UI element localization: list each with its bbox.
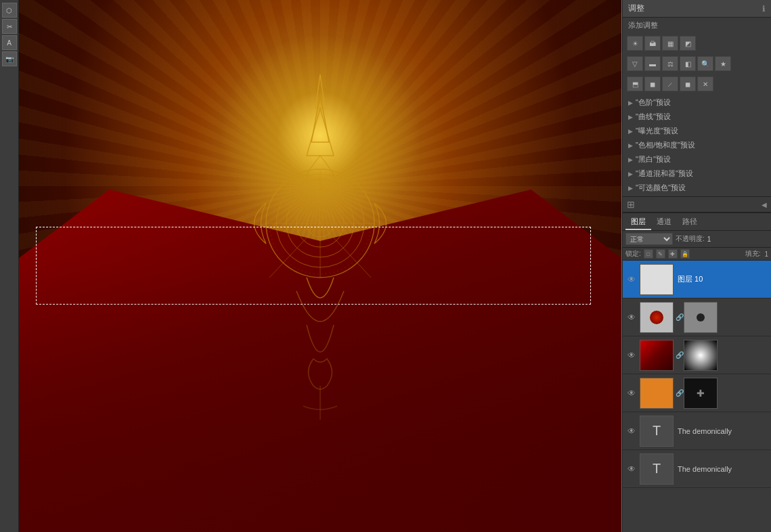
adjustments-list: ▶ "色阶"预设 ▶ "曲线"预设 ▶ "曝光度"预设 ▶ "色相/饱和度"预设…	[623, 94, 771, 196]
layer-mask-thumbnail	[684, 302, 718, 333]
adj-preset-channelmixer[interactable]: ▶ "通道混和器"预设	[623, 167, 771, 181]
layer-link-icon: 🔗	[676, 351, 682, 359]
adj-preset-levels[interactable]: ▶ "色阶"预设	[623, 95, 771, 110]
layer-item[interactable]: 👁 🔗 ✚	[623, 374, 771, 412]
layer-visibility-toggle[interactable]: 👁	[625, 273, 638, 286]
layers-list: 👁 图层 10 👁 🔗	[623, 261, 771, 532]
layer-item[interactable]: 👁 🔗	[623, 298, 771, 336]
adjustments-panel: 调整 ℹ 添加调整 ☀ 🏔 ▦ ◩ ▽ ▬ ⚖ ◧ 🔍 ★ ⬒	[623, 0, 771, 213]
adj-preset-curves[interactable]: ▶ "曲线"预设	[623, 110, 771, 124]
layer-thumbnail	[640, 302, 674, 333]
layer-thumbnail: T	[640, 416, 674, 447]
tool-scissors[interactable]: ✂	[2, 19, 17, 34]
adjustment-icons-row1: ☀ 🏔 ▦ ◩	[623, 33, 771, 53]
adj-icon-vibrance[interactable]: ▽	[627, 56, 643, 71]
add-adjustment-label: 添加调整	[623, 18, 771, 33]
fill-label: 填充:	[745, 249, 761, 259]
layer-mask-thumbnail: ✚	[684, 378, 718, 409]
layers-tabs: 图层 通道 路径	[623, 213, 771, 231]
layer-mask-thumbnail	[684, 340, 718, 371]
right-panel: 调整 ℹ 添加调整 ☀ 🏔 ▦ ◩ ▽ ▬ ⚖ ◧ 🔍 ★ ⬒	[622, 0, 771, 532]
fill-value[interactable]: 1	[764, 250, 768, 258]
text-layer-icon: T	[640, 454, 673, 484]
canvas-area	[19, 0, 622, 532]
layer-visibility-toggle[interactable]: 👁	[625, 349, 638, 361]
adj-preset-hsl[interactable]: ▶ "色相/饱和度"预设	[623, 138, 771, 152]
left-toolbar: ⬡ ✂ A 📷	[0, 0, 19, 532]
layer-name: 图层 10	[676, 274, 768, 284]
layers-controls: 正常 不透明度: 1	[623, 231, 771, 248]
adj-icon-hsl[interactable]: ▬	[644, 56, 661, 71]
layer-name: The demonically	[676, 465, 768, 473]
lock-transparent-btn[interactable]: □	[644, 249, 653, 259]
app-container: ⬡ ✂ A 📷	[0, 0, 771, 532]
tab-channels[interactable]: 通道	[651, 215, 677, 230]
layer-thumbnail	[640, 340, 674, 371]
text-layer-icon: T	[640, 416, 673, 446]
adj-icon-curves[interactable]: ▦	[662, 36, 678, 51]
svg-marker-0	[315, 74, 325, 108]
layer-visibility-toggle[interactable]: 👁	[625, 425, 638, 437]
tool-text[interactable]: A	[2, 35, 17, 50]
adjustments-title: 调整	[628, 3, 762, 14]
tool-selection[interactable]: ⬡	[2, 3, 17, 18]
layer-thumbnail: T	[640, 453, 674, 485]
layer-thumbnail	[640, 378, 674, 409]
layer-item[interactable]: 👁 T The demonically	[623, 412, 771, 450]
layer-link-icon: 🔗	[676, 389, 682, 397]
adjustment-icons-row2: ▽ ▬ ⚖ ◧ 🔍 ★	[623, 53, 771, 74]
adj-icon-invert[interactable]: ⬒	[627, 76, 643, 91]
arrow-icon: ▶	[628, 99, 633, 106]
arrow-icon: ▶	[628, 156, 633, 163]
adj-icon-gradientmap[interactable]: ◼	[680, 76, 696, 91]
adj-icon-posterize[interactable]: ◼	[644, 76, 661, 91]
layer-link-icon: 🔗	[676, 313, 682, 321]
layer-item[interactable]: 👁 图层 10	[623, 261, 771, 298]
layer-name: The demonically	[676, 427, 768, 435]
svg-marker-1	[311, 95, 329, 142]
adjustments-icon[interactable]: ℹ	[762, 4, 766, 14]
lock-row: 锁定: □ ✎ ✚ 🔒 填充: 1	[623, 248, 771, 261]
adjustments-header: 调整 ℹ	[623, 0, 771, 18]
tool-camera[interactable]: 📷	[2, 51, 17, 66]
arrow-icon: ▶	[628, 114, 633, 120]
adj-icon-colorbalance[interactable]: ⚖	[662, 56, 678, 71]
adj-bottom-icon[interactable]: ⊞	[627, 199, 635, 210]
adj-bottom-icon2[interactable]: ◀	[762, 201, 767, 208]
layer-item[interactable]: 👁 T The demonically	[623, 450, 771, 488]
lock-label: 锁定:	[625, 249, 641, 259]
svg-marker-2	[307, 108, 334, 156]
lock-image-btn[interactable]: ✎	[656, 249, 665, 259]
layer-item[interactable]: 👁 🔗	[623, 336, 771, 374]
arrow-icon: ▶	[628, 128, 633, 135]
tab-layers[interactable]: 图层	[625, 215, 651, 230]
adj-icon-photofilter[interactable]: 🔍	[697, 56, 713, 71]
adj-preset-exposure[interactable]: ▶ "曝光度"预设	[623, 124, 771, 138]
arrow-icon: ▶	[628, 185, 633, 192]
adj-icon-bw[interactable]: ◧	[680, 56, 696, 71]
layer-visibility-toggle[interactable]: 👁	[625, 311, 638, 324]
arrow-icon: ▶	[628, 171, 633, 177]
adj-icon-selectivecolor[interactable]: ✕	[697, 76, 713, 91]
layers-panel: 图层 通道 路径 正常 不透明度: 1 锁定: □ ✎ ✚ 🔒 填充: 1	[623, 213, 771, 532]
canvas-image	[19, 0, 621, 532]
layer-visibility-toggle[interactable]: 👁	[625, 387, 638, 399]
adj-icon-exposure[interactable]: ◩	[680, 36, 696, 51]
lock-all-btn[interactable]: 🔒	[680, 249, 690, 259]
adj-preset-selectivecolor[interactable]: ▶ "可选颜色"预设	[623, 181, 771, 195]
adj-icon-threshold[interactable]: ⟋	[662, 76, 678, 91]
opacity-value[interactable]: 1	[707, 236, 728, 243]
adjustment-icons-row3: ⬒ ◼ ⟋ ◼ ✕	[623, 74, 771, 94]
layer-thumbnail	[640, 264, 674, 295]
dark-overlay	[19, 266, 621, 532]
opacity-label: 不透明度:	[676, 234, 705, 244]
adj-icon-levels[interactable]: 🏔	[644, 36, 661, 51]
tab-paths[interactable]: 路径	[677, 215, 703, 230]
blend-mode-select[interactable]: 正常	[625, 233, 673, 245]
lock-position-btn[interactable]: ✚	[668, 249, 678, 259]
layer-visibility-toggle[interactable]: 👁	[625, 463, 638, 475]
adj-icon-brightness[interactable]: ☀	[627, 36, 643, 51]
arrow-icon: ▶	[628, 142, 633, 149]
adj-icon-channelmixer[interactable]: ★	[715, 56, 731, 71]
adj-preset-bw[interactable]: ▶ "黑白"预设	[623, 152, 771, 167]
